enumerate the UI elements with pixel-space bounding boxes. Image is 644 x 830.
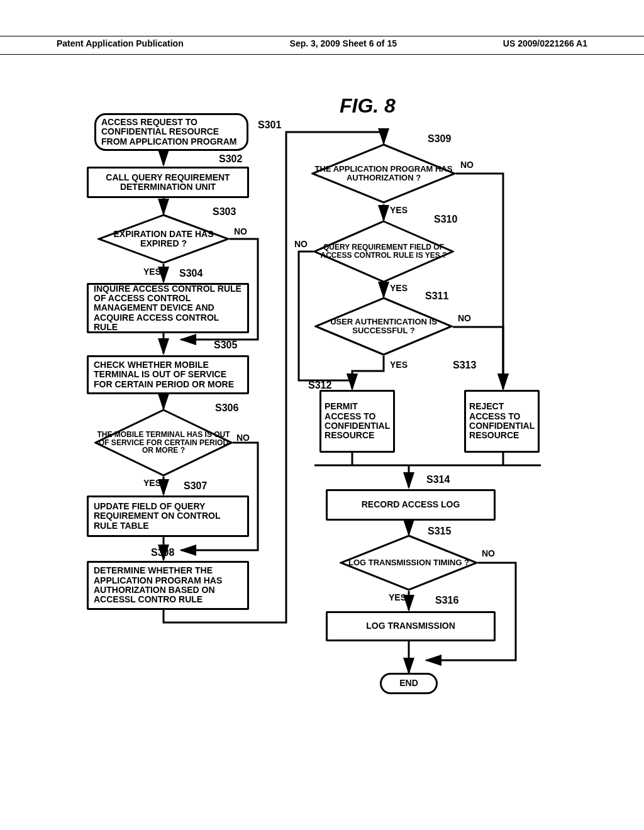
step-label-s308: S308 [151,547,174,558]
decision-s309-text: THE APPLICATION PROGRAM HAS AUTHORIZATIO… [311,165,456,182]
yn-s309-no: NO [460,160,474,170]
yn-s303-no: NO [234,226,247,236]
yn-s306-no: NO [236,433,250,443]
decision-s303-text: EXPIRATION DATE HAS EXPIRED ? [97,230,230,248]
process-s312: PERMIT ACCESS TO CONFIDENTIAL RESOURCE [319,390,395,453]
process-s316-text: LOG TRANSMISSION [366,621,455,631]
terminal-end: END [380,673,438,694]
step-label-s314: S314 [426,474,450,485]
yn-s310-yes: YES [390,283,408,293]
step-label-s311: S311 [425,290,448,302]
decision-s315: LOG TRANSMISSION TIMING ? [340,534,478,591]
step-label-s307: S307 [184,480,207,492]
process-s308-text: DETERMINE WHETHER THE APPLICATION PROGRA… [94,566,242,605]
header-right: US 2009/0221266 A1 [503,38,587,52]
process-s313-text: REJECT ACCESS TO CONFIDENTIAL RESOURCE [469,402,535,441]
step-label-s305: S305 [214,340,237,351]
process-s302-text: CALL QUERY REQUIREMENT DETERMINATION UNI… [94,173,242,192]
header-center: Sep. 3, 2009 Sheet 6 of 15 [290,38,397,52]
yn-s311-yes: YES [390,360,408,370]
process-s307: UPDATE FIELD OF QUERY REQUIREMENT ON CON… [87,495,249,537]
process-s314-text: RECORD ACCESS LOG [362,500,460,509]
step-label-s315: S315 [428,526,451,537]
decision-s315-text: LOG TRANSMISSION TIMING ? [340,558,478,567]
process-s314: RECORD ACCESS LOG [326,489,496,521]
process-s302: CALL QUERY REQUIREMENT DETERMINATION UNI… [87,167,249,198]
decision-s311: USER AUTHENTICATION IS SUCCESSFUL ? [314,297,453,356]
decision-s306: THE MOBILE TERMINAL HAS IS OUT OF SERVIC… [94,409,233,477]
decision-s311-text: USER AUTHENTICATION IS SUCCESSFUL ? [314,318,453,335]
step-label-s303: S303 [213,206,236,218]
header-left: Patent Application Publication [57,38,184,52]
decision-s310: QUERY REQUIREMENT FIELD OF ACCESS CONTRO… [313,220,454,283]
step-label-s301: S301 [258,119,281,131]
decision-s309: THE APPLICATION PROGRAM HAS AUTHORIZATIO… [311,143,456,204]
decision-s303: EXPIRATION DATE HAS EXPIRED ? [97,214,230,264]
process-s305: CHECK WHETHER MOBILE TERMINAL IS OUT OF … [87,355,249,394]
step-label-s313: S313 [453,360,476,371]
step-label-s316: S316 [435,595,458,606]
step-label-s310: S310 [434,214,457,225]
step-label-s302: S302 [219,153,242,165]
step-label-s306: S306 [215,402,238,414]
flowchart-canvas: ACCESS REQUEST TO CONFIDENTIAL RESOURCE … [75,94,566,786]
yn-s315-yes: YES [389,592,406,602]
terminal-start-text: ACCESS REQUEST TO CONFIDENTIAL RESOURCE … [101,118,242,147]
yn-s310-no: NO [294,239,308,249]
yn-s303-yes: YES [143,267,161,277]
decision-s306-text: THE MOBILE TERMINAL HAS IS OUT OF SERVIC… [94,431,233,455]
process-s305-text: CHECK WHETHER MOBILE TERMINAL IS OUT OF … [94,360,242,389]
process-s308: DETERMINE WHETHER THE APPLICATION PROGRA… [87,561,249,610]
process-s304: INQUIRE ACCESS CONTROL RULE OF ACCESS CO… [87,283,249,333]
terminal-end-text: END [399,678,418,688]
patent-page-header: Patent Application Publication Sep. 3, 2… [0,36,644,55]
yn-s311-no: NO [458,313,471,323]
yn-s315-no: NO [482,548,495,558]
process-s304-text: INQUIRE ACCESS CONTROL RULE OF ACCESS CO… [94,284,242,333]
step-label-s304: S304 [179,268,203,279]
decision-s310-text: QUERY REQUIREMENT FIELD OF ACCESS CONTRO… [313,243,454,259]
terminal-start: ACCESS REQUEST TO CONFIDENTIAL RESOURCE … [94,113,248,151]
yn-s306-yes: YES [143,478,161,488]
process-s316: LOG TRANSMISSION [326,611,496,641]
process-s313: REJECT ACCESS TO CONFIDENTIAL RESOURCE [464,390,540,453]
process-s312-text: PERMIT ACCESS TO CONFIDENTIAL RESOURCE [325,402,390,441]
yn-s309-yes: YES [390,205,408,215]
process-s307-text: UPDATE FIELD OF QUERY REQUIREMENT ON CON… [94,502,242,531]
step-label-s309: S309 [428,133,451,145]
